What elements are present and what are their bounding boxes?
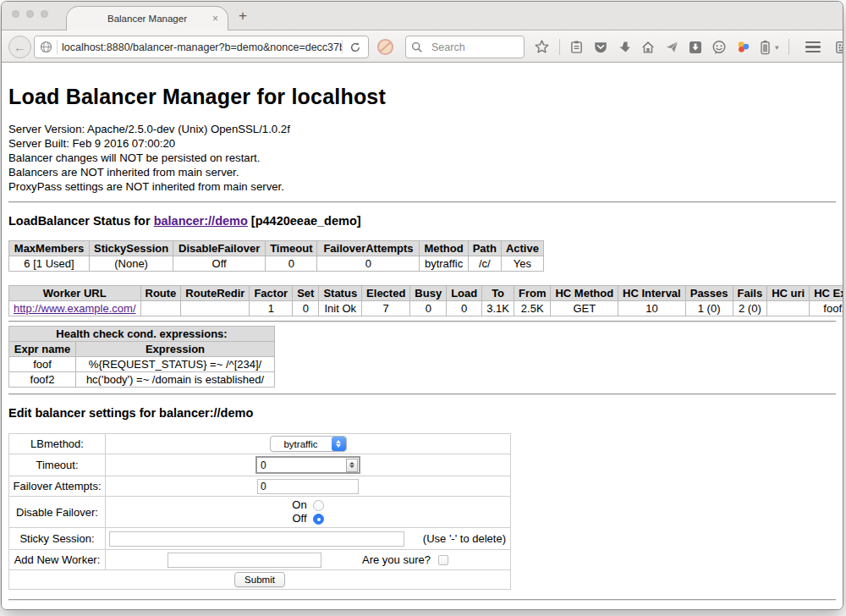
col-factor: Factor — [250, 286, 293, 301]
balancer-demo-link[interactable]: balancer://demo — [154, 214, 248, 228]
globe-icon[interactable] — [35, 41, 57, 53]
val-method: bytraffic — [420, 256, 468, 272]
divider-1 — [8, 201, 836, 203]
download-box-icon[interactable] — [689, 41, 702, 54]
battery-icon[interactable] — [760, 40, 771, 55]
col-elected: Elected — [362, 286, 410, 301]
disable-failover-off-radio[interactable] — [313, 514, 324, 525]
col-maxmembers: MaxMembers — [9, 241, 90, 256]
val-routeredir — [181, 301, 250, 316]
timeout-label: Timeout: — [9, 454, 106, 476]
val-hc-expr: foof2 — [810, 301, 843, 316]
col-method: Method — [420, 241, 468, 256]
failover-attempts-row: Failover Attempts: — [9, 476, 511, 497]
server-version-line: Server Version: Apache/2.5.0-dev (Unix) … — [8, 122, 836, 136]
radio-on-label: On — [292, 498, 306, 512]
server-info: Server Version: Apache/2.5.0-dev (Unix) … — [8, 122, 836, 194]
col-worker-url: Worker URL — [9, 286, 141, 301]
val-passes: 1 (0) — [685, 301, 733, 316]
workers-table: Worker URL Route RouteRedir Factor Set S… — [8, 285, 843, 316]
home-icon[interactable] — [640, 40, 656, 55]
health-header-row: Expr name Expression — [9, 342, 275, 357]
tab-balancer-manager[interactable]: Balancer Manager × — [66, 6, 228, 30]
failover-attempts-input[interactable] — [257, 479, 359, 494]
val-maxmembers: 6 [1 Used] — [9, 256, 90, 272]
note-line-2: Balancers are NOT inherited from main se… — [8, 165, 836, 179]
timeout-input[interactable]: 0 — [255, 456, 360, 474]
toolbar-icons: ▾ — [534, 30, 843, 63]
minimize-window-button[interactable] — [26, 10, 34, 18]
lbmethod-row: LBmethod: bytraffic — [9, 434, 511, 454]
window-controls[interactable] — [12, 10, 48, 18]
val-from: 2.5K — [514, 301, 551, 316]
content-blocked-icon[interactable] — [376, 38, 394, 56]
colored-dots-extension-icon[interactable] — [736, 40, 750, 54]
are-you-sure-label: Are you sure? — [362, 553, 431, 566]
menu-hamburger-icon[interactable] — [805, 41, 821, 53]
submit-button[interactable]: Submit — [234, 572, 285, 587]
disable-failover-row: Disable Failover: On Off — [9, 497, 511, 528]
bookmark-star-icon[interactable] — [534, 39, 550, 55]
expression-foof: %{REQUEST_STATUS} =~ /^[234]/ — [76, 357, 275, 372]
back-button[interactable]: ← — [8, 36, 31, 58]
col-expr-name: Expr name — [9, 342, 76, 357]
toolbar-separator-2 — [788, 39, 789, 55]
smiley-icon[interactable] — [711, 40, 727, 55]
val-fails: 2 (0) — [733, 301, 767, 316]
grid-icon[interactable] — [835, 40, 843, 55]
timeout-row: Timeout: 0 — [9, 454, 511, 476]
divider-3 — [8, 393, 836, 395]
close-window-button[interactable] — [12, 10, 19, 18]
tab-close-icon[interactable]: × — [212, 13, 218, 25]
col-expression: Expression — [76, 342, 275, 357]
divider-2 — [8, 321, 836, 322]
pocket-icon[interactable] — [593, 40, 608, 55]
status-heading-suffix: [p4420eeae_demo] — [248, 214, 361, 228]
are-you-sure-checkbox[interactable] — [438, 555, 448, 565]
sticky-session-input[interactable] — [109, 531, 404, 547]
number-stepper-icon[interactable] — [346, 459, 358, 472]
worker-row: http://www.example.com/ 1 0 Init Ok 7 0 … — [9, 301, 843, 316]
browser-window: Balancer Manager × + ← localhost:8880/ba… — [1, 1, 843, 610]
sticky-session-label: Sticky Session: — [9, 528, 106, 550]
val-factor: 1 — [250, 301, 293, 316]
worker-url-link[interactable]: http://www.example.com/ — [14, 302, 136, 315]
tab-title: Balancer Manager — [107, 14, 187, 24]
balancer-params-table: MaxMembers StickySession DisableFailover… — [8, 240, 544, 272]
reload-icon[interactable] — [343, 41, 368, 53]
val-path: /c/ — [468, 256, 501, 272]
page-title: Load Balancer Manager for localhost — [8, 85, 836, 109]
val-hc-uri — [767, 301, 810, 316]
search-icon — [406, 41, 428, 53]
add-worker-row: Add New Worker: Are you sure? — [9, 550, 511, 570]
url-text[interactable]: localhost:8880/balancer-manager?b=demo&n… — [58, 41, 342, 53]
downloads-icon[interactable] — [618, 41, 631, 54]
col-busy: Busy — [410, 286, 447, 301]
battery-dropdown-caret-icon[interactable]: ▾ — [775, 43, 779, 52]
health-row-1: foof %{REQUEST_STATUS} =~ /^[234]/ — [9, 357, 275, 372]
note-line-1: Balancer changes will NOT be persisted o… — [8, 151, 836, 165]
edit-balancer-form: LBmethod: bytraffic Timeout: 0 — [8, 433, 511, 590]
page-content: Load Balancer Manager for localhost Serv… — [2, 63, 843, 609]
col-status: Status — [319, 286, 362, 301]
col-hc-method: HC Method — [551, 286, 618, 301]
new-tab-button[interactable]: + — [239, 8, 247, 25]
search-input[interactable]: Search — [428, 41, 465, 53]
expr-name-foof2: foof2 — [9, 372, 76, 388]
disable-failover-on-radio[interactable] — [313, 500, 324, 511]
search-bar[interactable]: Search — [405, 36, 525, 58]
col-fails: Fails — [733, 286, 767, 301]
add-worker-input[interactable] — [168, 553, 321, 568]
col-failoverattempts: FailoverAttempts — [317, 241, 420, 256]
val-disablefailover: Off — [173, 256, 266, 272]
lbmethod-select[interactable]: bytraffic — [270, 436, 347, 452]
send-tab-icon[interactable] — [665, 40, 679, 54]
val-failoverattempts: 0 — [317, 256, 420, 272]
params-value-row: 6 [1 Used] (None) Off 0 0 bytraffic /c/ … — [9, 256, 544, 272]
url-bar[interactable]: localhost:8880/balancer-manager?b=demo&n… — [34, 36, 369, 58]
clipboard-icon[interactable] — [569, 40, 584, 54]
select-stepper-icon — [332, 437, 346, 451]
col-hc-interval: HC Interval — [618, 286, 686, 301]
disable-failover-label: Disable Failover: — [9, 497, 106, 528]
zoom-window-button[interactable] — [41, 10, 48, 18]
